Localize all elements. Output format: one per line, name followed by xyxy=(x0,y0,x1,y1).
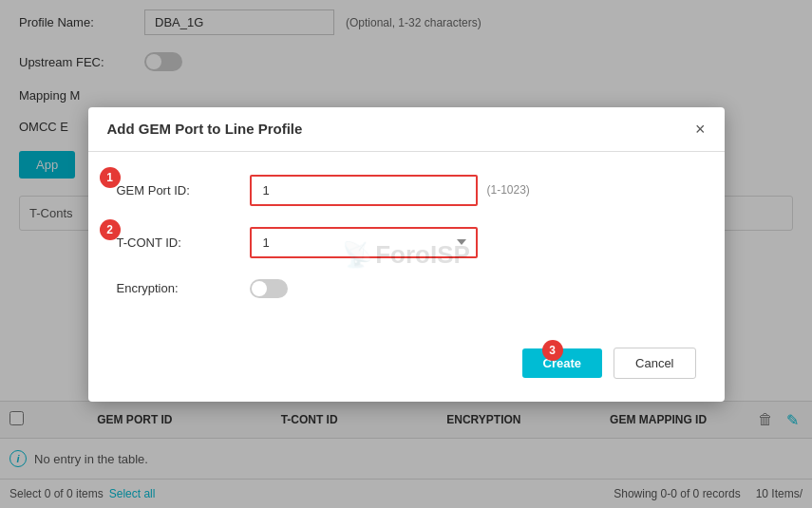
modal-body: 📡 ForoISP 1 GEM Port ID: (1-1023) 2 T-CO… xyxy=(88,152,725,348)
modal: Add GEM Port to Line Profile × 📡 ForoISP… xyxy=(88,107,725,402)
badge-1: 1 xyxy=(100,167,121,188)
modal-overlay: Add GEM Port to Line Profile × 📡 ForoISP… xyxy=(0,0,812,508)
encryption-row: Encryption: xyxy=(117,279,696,298)
t-cont-id-label: T-CONT ID: xyxy=(117,235,250,250)
badge-2: 2 xyxy=(100,219,121,240)
gem-port-id-hint: (1-1023) xyxy=(487,183,530,197)
encryption-toggle[interactable] xyxy=(250,279,288,298)
cancel-button[interactable]: Cancel xyxy=(614,348,695,379)
t-cont-id-select[interactable]: 1 2 3 4 xyxy=(250,227,478,258)
badge-3: 3 xyxy=(542,340,563,361)
modal-title: Add GEM Port to Line Profile xyxy=(107,121,303,137)
gem-port-id-input[interactable] xyxy=(250,175,478,206)
gem-port-id-row: 1 GEM Port ID: (1-1023) xyxy=(117,175,696,206)
gem-port-id-label: GEM Port ID: xyxy=(117,183,250,198)
modal-close-button[interactable]: × xyxy=(695,121,706,138)
modal-footer: 3 Create Cancel xyxy=(88,348,725,402)
encryption-label: Encryption: xyxy=(117,281,250,295)
modal-header: Add GEM Port to Line Profile × xyxy=(88,107,725,152)
t-cont-id-row: 2 T-CONT ID: 1 2 3 4 xyxy=(117,227,696,258)
